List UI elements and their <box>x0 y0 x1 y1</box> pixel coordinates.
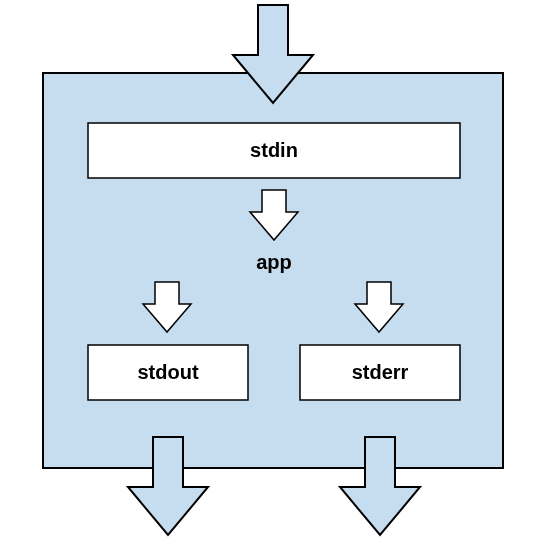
app-label: app <box>256 251 292 273</box>
stderr-label: stderr <box>352 361 409 383</box>
stdin-label: stdin <box>250 139 298 161</box>
io-diagram: stdin app stdout stderr <box>0 0 550 537</box>
stdout-label: stdout <box>137 361 198 383</box>
